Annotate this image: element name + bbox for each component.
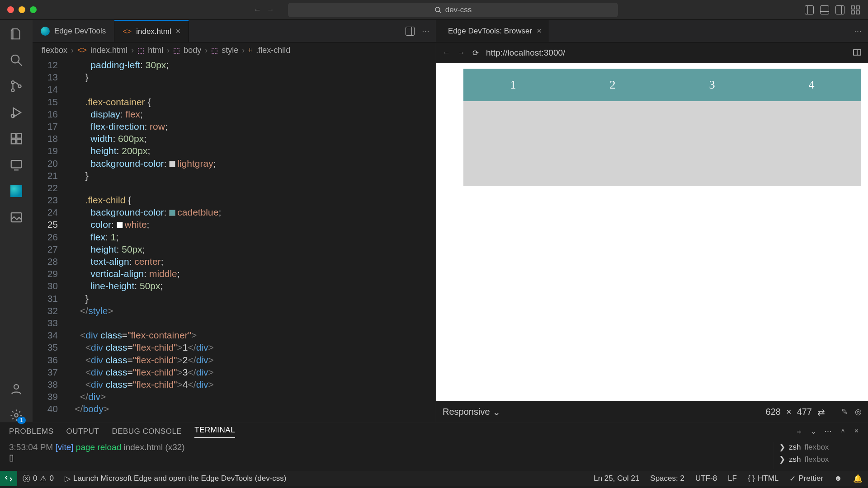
close-window-button[interactable] [7,6,14,13]
breadcrumb-file[interactable]: index.html [90,46,127,55]
swap-dimensions-icon[interactable]: ⇄ [817,407,825,418]
status-launch[interactable]: ▷ Launch Microsoft Edge and open the Edg… [59,474,292,483]
status-encoding[interactable]: UTF-8 [690,474,722,483]
status-prettier[interactable]: ✓ Prettier [784,474,829,483]
terminal-process[interactable]: ❯ zsh flexbox [779,442,859,452]
breadcrumb-folder[interactable]: flexbox [42,46,67,55]
line-gutter: 1213141516171819202122232425262728293031… [33,58,64,422]
svg-rect-15 [11,139,16,144]
editor-column: Edge DevTools <> index.html × ⋯ flexbox … [33,20,436,422]
svg-rect-17 [11,160,22,168]
breadcrumb[interactable]: flexbox › <> index.html › ⬚ html › ⬚ bod… [33,42,436,58]
edge-icon[interactable] [9,184,23,198]
tab-index-html[interactable]: <> index.html × [114,20,189,42]
remote-explorer-icon[interactable] [9,158,23,172]
toggle-secondary-sidebar-icon[interactable] [835,5,844,14]
settings-gear-icon[interactable]: 1 [9,408,23,422]
more-actions-icon[interactable]: ⋯ [824,427,832,437]
panel-tabs: PROBLEMS OUTPUT DEBUG CONSOLE TERMINAL ＋… [0,422,868,441]
close-panel-icon[interactable]: × [854,427,859,437]
breadcrumb-body[interactable]: body [184,46,201,55]
nav-forward-icon[interactable]: → [267,5,274,14]
preview-flex-child: 4 [762,69,861,101]
search-icon[interactable] [9,53,23,67]
viewport-width[interactable]: 628 [766,407,781,417]
debug-icon: ▷ [65,474,71,483]
tab-problems[interactable]: PROBLEMS [9,427,53,436]
status-bell-icon[interactable]: 🔔 [848,474,868,483]
more-actions-icon[interactable]: ⋯ [422,26,429,36]
viewport-height[interactable]: 477 [797,407,812,417]
extensions-icon[interactable] [9,132,23,145]
tab-label: Edge DevTools: Browser [448,27,532,36]
source-control-icon[interactable] [9,80,23,93]
preview-flex-container: 1 2 3 4 [463,69,861,186]
braces-icon: { } [748,474,755,483]
browser-forward-icon[interactable]: → [458,48,465,57]
browser-preview[interactable]: 1 2 3 4 [436,63,868,401]
tab-label: Edge DevTools [54,27,106,36]
breadcrumb-selector[interactable]: .flex-child [256,46,290,55]
svg-line-7 [18,62,22,66]
html-file-icon: <> [77,46,87,55]
status-bar: ⓧ0 ⚠0 ▷ Launch Microsoft Edge and open t… [0,471,868,486]
close-icon[interactable]: × [176,27,181,36]
status-cursor[interactable]: Ln 25, Col 21 [588,474,645,483]
status-indent[interactable]: Spaces: 2 [645,474,690,483]
terminal-dropdown-icon[interactable]: ⌄ [810,427,817,437]
tab-terminal[interactable]: TERMINAL [194,426,235,438]
code-editor[interactable]: 1213141516171819202122232425262728293031… [33,58,436,422]
toggle-primary-sidebar-icon[interactable] [805,5,814,14]
status-eol[interactable]: LF [722,474,742,483]
chevron-right-icon: › [71,46,74,55]
edit-icon[interactable]: ✎ [841,407,848,417]
responsive-dropdown[interactable]: Responsive ⌄ [443,407,500,418]
account-icon[interactable] [9,382,23,396]
command-center-search[interactable]: dev-css [288,3,618,17]
tab-devtools-browser[interactable]: Edge DevTools: Browser × [436,20,549,42]
nav-back-icon[interactable]: ← [254,5,261,14]
svg-point-12 [11,114,15,118]
terminal-process[interactable]: ❯ zsh flexbox [779,455,859,464]
close-icon[interactable]: × [537,26,542,36]
open-devtools-icon[interactable] [853,48,862,57]
svg-point-8 [11,81,14,84]
split-editor-icon[interactable] [406,27,415,36]
breadcrumb-style[interactable]: style [222,46,238,55]
chevron-right-icon: › [205,46,208,55]
maximize-panel-icon[interactable]: ＾ [839,427,847,437]
toggle-panel-icon[interactable] [820,5,829,14]
html-file-icon: <> [123,27,132,36]
run-debug-icon[interactable] [9,106,23,119]
explorer-icon[interactable] [9,27,23,41]
image-icon[interactable] [9,211,23,224]
nav-arrows: ← → [254,5,274,14]
minimize-window-button[interactable] [19,6,25,13]
browser-back-icon[interactable]: ← [443,48,450,57]
new-terminal-icon[interactable]: ＋ [795,427,803,437]
terminal-process-list: ❯ zsh flexbox ❯ zsh flexbox [773,442,859,469]
tab-debug-console[interactable]: DEBUG CONSOLE [112,427,182,436]
browser-reload-icon[interactable]: ⟳ [472,48,479,58]
remote-indicator[interactable] [0,471,17,486]
more-actions-icon[interactable]: ⋯ [848,20,868,42]
status-feedback-icon[interactable]: ☻ [829,474,848,483]
customize-layout-icon[interactable] [851,5,860,14]
status-language[interactable]: { } HTML [742,474,784,483]
status-errors[interactable]: ⓧ0 ⚠0 [17,474,59,484]
svg-rect-3 [856,6,859,9]
symbol-icon: ⬚ [137,46,144,55]
terminal[interactable]: 3:53:04 PM [vite] page reload index.html… [0,441,868,471]
code-area[interactable]: padding-left: 30px; } .flex-container { … [64,58,436,422]
preview-flex-child: 1 [463,69,563,101]
target-icon[interactable]: ◎ [855,407,862,417]
preview-flex-child: 2 [563,69,662,101]
chevron-right-icon: › [242,46,245,55]
terminal-cursor: ▯ [9,452,773,463]
tab-edge-devtools[interactable]: Edge DevTools [33,20,114,42]
breadcrumb-html[interactable]: html [148,46,163,55]
maximize-window-button[interactable] [30,6,37,13]
svg-rect-4 [851,11,854,14]
browser-url[interactable]: http://localhost:3000/ [486,48,565,58]
tab-output[interactable]: OUTPUT [66,427,99,436]
